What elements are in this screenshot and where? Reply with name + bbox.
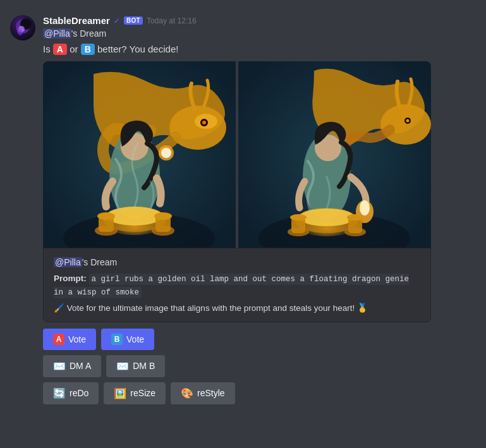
dm-buttons-row: ✉️ DM A ✉️ DM B: [43, 355, 476, 377]
svg-point-23: [161, 148, 171, 158]
message-container: StableDreamer ✓ BOT Today at 12:16 @Pill…: [10, 10, 476, 415]
svg-point-38: [290, 214, 307, 221]
message-body: StableDreamer ✓ BOT Today at 12:16 @Pill…: [43, 15, 476, 409]
vote-line: 🖌️ Vote for the ultimate image that alig…: [54, 303, 420, 313]
dm-a-button[interactable]: ✉️ DM A: [43, 355, 101, 377]
bot-name: StableDreamer: [43, 15, 110, 26]
a-icon: A: [53, 334, 64, 345]
dm-a-label: DM A: [70, 361, 91, 371]
envelope-b-icon: ✉️: [116, 360, 129, 372]
prompt-text: a girl rubs a golden oil lamp and out co…: [54, 274, 409, 298]
dm-b-label: DM B: [133, 361, 155, 371]
resize-label: reSize: [130, 388, 155, 398]
restyle-icon: 🎨: [181, 387, 193, 399]
svg-point-18: [97, 212, 115, 220]
svg-point-21: [154, 212, 172, 220]
svg-point-26: [380, 104, 431, 145]
timestamp: Today at 12:16: [147, 16, 197, 25]
label-a: A: [53, 44, 67, 55]
svg-point-28: [406, 119, 410, 123]
svg-point-35: [299, 209, 355, 226]
b-icon: B: [111, 334, 123, 345]
restyle-button[interactable]: 🎨 reStyle: [171, 382, 235, 404]
envelope-a-icon: ✉️: [53, 360, 66, 372]
vote-buttons-row: A Vote B Vote: [43, 329, 476, 350]
question-suffix: better? You decide!: [97, 44, 178, 54]
embed-box: @Pilla's Dream Prompt: a girl rubs a gol…: [43, 248, 431, 322]
svg-point-41: [347, 214, 363, 221]
label-b: B: [81, 44, 95, 55]
embed-mention: @Pilla: [54, 257, 82, 267]
embed-title-suffix: 's Dream: [82, 257, 118, 267]
images-row: [43, 61, 431, 248]
message-header: StableDreamer ✓ BOT Today at 12:16: [43, 15, 476, 26]
restyle-label: reStyle: [197, 388, 225, 398]
action-buttons-row: 🔄 reDo 🖼️ reSize 🎨 reStyle: [43, 382, 476, 404]
mention-suffix: 's Dream: [71, 28, 107, 39]
verified-icon: ✓: [114, 16, 120, 25]
question-prefix: Is: [43, 44, 51, 54]
prompt-label: Prompt:: [54, 274, 87, 283]
prompt-line: Prompt: a girl rubs a golden oil lamp an…: [54, 272, 420, 299]
bot-avatar: [10, 15, 35, 40]
question-line: Is A or B better? You decide!: [43, 44, 476, 55]
redo-button[interactable]: 🔄 reDo: [43, 382, 99, 404]
vote-b-label: Vote: [126, 334, 144, 344]
svg-point-7: [169, 106, 226, 150]
vote-b-button[interactable]: B Vote: [101, 329, 154, 350]
vote-a-button[interactable]: A Vote: [43, 329, 96, 350]
svg-point-10: [202, 121, 206, 124]
dm-b-button[interactable]: ✉️ DM B: [106, 355, 165, 377]
bot-badge: BOT: [124, 16, 143, 25]
images-embed-wrapper: @Pilla's Dream Prompt: a girl rubs a gol…: [43, 61, 431, 322]
resize-button[interactable]: 🖼️ reSize: [104, 382, 166, 404]
mention-line: @Pilla's Dream: [43, 28, 476, 39]
resize-icon: 🖼️: [114, 387, 126, 399]
image-b: [238, 61, 431, 248]
redo-icon: 🔄: [53, 387, 66, 399]
svg-point-32: [360, 200, 370, 215]
image-a: [43, 61, 236, 248]
redo-label: reDo: [70, 388, 88, 398]
mention-user: @Pilla: [43, 28, 71, 39]
vote-a-label: Vote: [68, 334, 86, 344]
embed-title: @Pilla's Dream: [54, 257, 420, 267]
question-middle: or: [70, 44, 78, 54]
